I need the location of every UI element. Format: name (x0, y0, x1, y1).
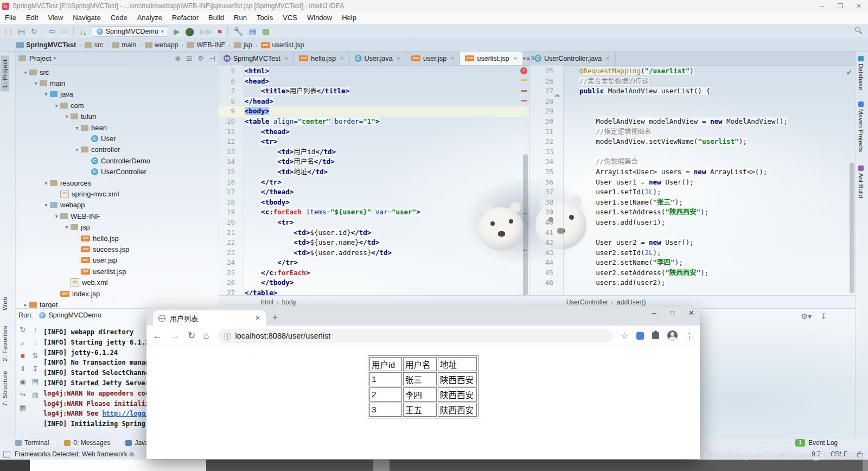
restore-icon[interactable]: ❐ (831, 2, 850, 10)
menu-run[interactable]: Run (229, 12, 252, 24)
breadcrumb-html[interactable]: html (261, 298, 273, 306)
tool-button-ant[interactable]: Ant Build (858, 166, 864, 198)
tool-button-maven[interactable]: Maven Projects (858, 101, 864, 152)
gear-icon[interactable]: ⚙ (197, 54, 204, 62)
tree-item-com[interactable]: ▾com (15, 100, 219, 111)
debug-icon[interactable]: ⬤ (185, 27, 194, 36)
browser-back-icon[interactable]: ← (153, 330, 162, 341)
sync-icon[interactable]: ↻ (30, 27, 37, 36)
tab-userlist-jsp[interactable]: JSPuserlist.jsp✕ (460, 52, 522, 65)
menu-code[interactable]: Code (106, 12, 132, 24)
close-icon[interactable]: ✕ (850, 2, 868, 10)
tree-item-resources[interactable]: ▾resources (15, 177, 219, 188)
tree-item-controller[interactable]: ▾controller (15, 144, 219, 155)
browser-minimize-icon[interactable]: – (652, 309, 656, 317)
collapse-all-icon[interactable]: ⊟ (186, 54, 192, 62)
tool-button-favorites[interactable]: 2: Favorites (2, 326, 8, 361)
run-config-select[interactable]: SpringMVCDemo ▾ (92, 26, 169, 37)
chrome-browser-window[interactable]: 用户列表 ✕ + – □ ✕ ← → ↻ ⌂ ⓘ localhost:8088/… (146, 307, 700, 459)
breadcrumb-jsp[interactable]: jsp (233, 41, 253, 49)
breadcrumb-body[interactable]: body (282, 298, 296, 306)
tree-item-java[interactable]: ▾java (15, 89, 219, 100)
menu-tools[interactable]: Tools (252, 12, 278, 24)
menu-window[interactable]: Window (302, 12, 337, 24)
tree-item-bean[interactable]: ▾bean (15, 122, 219, 133)
back-icon[interactable]: ⇦ (49, 27, 56, 36)
tab-close-icon[interactable]: ✕ (513, 55, 518, 61)
up-icon[interactable]: ↑ (34, 326, 37, 334)
new-tab-icon[interactable]: + (272, 312, 278, 323)
editor-userlist-jsp[interactable]: 5<html>6<head>7 <title>用户列表</title>8</he… (219, 65, 529, 295)
browser-tab[interactable]: 用户列表 ✕ (153, 310, 266, 326)
find-icon[interactable]: ⌕ (21, 339, 24, 347)
breadcrumb-web-inf[interactable]: WEB-INF (186, 41, 226, 49)
browser-home-icon[interactable]: ⌂ (203, 330, 209, 341)
tree-item-usercontroller[interactable]: CUserController (15, 167, 219, 177)
stop-icon[interactable]: ■ (218, 27, 222, 36)
down-icon[interactable]: ↓ (34, 339, 37, 347)
tree-item-main[interactable]: ▾main (15, 78, 219, 88)
status-message[interactable]: Frameworks Detected: Web framework is (15, 450, 134, 458)
rerun-icon[interactable]: ↻ (20, 326, 26, 334)
menu-view[interactable]: View (43, 12, 68, 24)
breadcrumb-userlist.jsp[interactable]: JSPuserlist.jsp (260, 41, 305, 49)
menu-vcs[interactable]: VCS (278, 12, 302, 24)
url-text[interactable]: localhost:8088/user/userlist (235, 332, 331, 340)
hide-panel-icon[interactable]: ⊣ (209, 54, 215, 62)
editor-scrollbar[interactable] (523, 154, 528, 295)
locate-file-icon[interactable]: ⊕ (175, 54, 181, 62)
error-mark[interactable] (521, 100, 527, 101)
tree-item-userlist.jsp[interactable]: JSPuserlist.jsp (15, 266, 219, 277)
tree-item-tulun[interactable]: ▾tulun (15, 111, 219, 122)
tab-user-jsp[interactable]: JSPuser.jsp✕ (406, 52, 460, 65)
chrome-menu-icon[interactable]: ⋮ (686, 332, 693, 340)
open-folder-icon[interactable]: ▢ (4, 27, 12, 36)
tree-item-web-inf[interactable]: ▾WEB-INF (15, 211, 219, 221)
chevron-down-icon[interactable]: ▾ (42, 91, 50, 97)
status-popup-icon[interactable] (3, 451, 10, 458)
breadcrumb-method[interactable]: addUser() (617, 298, 646, 306)
tree-item-hello.jsp[interactable]: JSPhello.jsp (15, 233, 219, 244)
editor-usercontroller-java[interactable]: 25 @RequestMapping("/userlist")26 //集合类型… (529, 65, 856, 295)
chevron-down-icon[interactable]: ▾ (22, 69, 29, 75)
gear-icon[interactable]: ⚙▾ (801, 312, 812, 321)
tree-item-web.xml[interactable]: <>web.xml (15, 277, 219, 288)
menu-edit[interactable]: Edit (21, 12, 43, 24)
settings-icon[interactable]: 🔧 (233, 27, 244, 36)
menu-help[interactable]: Help (337, 12, 361, 24)
gc-icon[interactable]: ▥ (32, 391, 39, 399)
inspections-ok-icon[interactable]: ✔ (846, 68, 852, 77)
tab-usercontroller-java[interactable]: CUserController.java✕ (529, 52, 616, 65)
scroll-end-icon[interactable]: ↧ (33, 365, 39, 373)
tool-button-structure[interactable]: 7: Structure (2, 371, 8, 406)
tree-item-controllerdemo[interactable]: CControllerDemo (15, 155, 219, 166)
save-all-icon[interactable]: ▤ (17, 27, 25, 36)
breadcrumb-src[interactable]: src (84, 41, 105, 49)
tree-item-spring-mvc.xml[interactable]: <>spring-mvc.xml (15, 188, 219, 199)
project-structure-icon[interactable]: ▦ (249, 27, 257, 36)
editor-scrollbar[interactable] (850, 163, 854, 293)
breadcrumb-springmvctest[interactable]: SpringMVCTest (15, 41, 77, 49)
layout-icon[interactable]: ▦ (20, 404, 26, 412)
tab-user-java[interactable]: CUser.java✕ (350, 52, 407, 65)
site-info-icon[interactable]: ⓘ (224, 330, 231, 341)
tree-item-webapp[interactable]: ▾webapp (15, 200, 219, 211)
breadcrumb-webapp[interactable]: webapp (144, 41, 180, 49)
tree-item-user[interactable]: CUser (15, 133, 219, 144)
stop-icon[interactable]: ■ (21, 352, 25, 360)
chevron-down-icon[interactable]: ▾ (63, 224, 71, 230)
tool-window-0-messages[interactable]: 0: Messages (64, 439, 110, 447)
sort-lines-icon[interactable]: ↓₁ (79, 27, 86, 36)
tab-close-icon[interactable]: ✕ (340, 55, 344, 61)
error-mark[interactable] (521, 90, 527, 92)
error-indicator-icon[interactable]: ! (520, 67, 527, 74)
profile-avatar[interactable] (667, 330, 678, 341)
tree-item-user.jsp[interactable]: JSPuser.jsp (15, 255, 219, 266)
tab-close-icon[interactable]: ✕ (255, 314, 260, 322)
extensions-puzzle-icon[interactable] (652, 332, 659, 339)
pause-icon[interactable]: ‖ (21, 365, 24, 373)
menu-file[interactable]: File (0, 12, 21, 24)
tree-item-index.jsp[interactable]: JSPindex.jsp (15, 288, 219, 299)
chevron-down-icon[interactable]: ▾ (73, 147, 81, 152)
chevron-down-icon[interactable]: ▾ (42, 180, 50, 186)
